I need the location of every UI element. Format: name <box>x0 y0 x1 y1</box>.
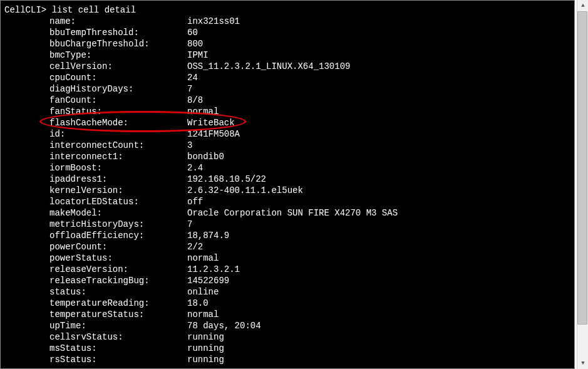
output-value: 14522699 <box>187 275 229 286</box>
output-row: releaseTrackingBug:14522699 <box>4 275 574 286</box>
output-value: normal <box>187 309 219 320</box>
output-value: 800 <box>187 38 203 49</box>
output-row: temperatureReading:18.0 <box>4 298 574 309</box>
output-value: 78 days, 20:04 <box>187 320 261 331</box>
output-row: id:1241FM508A <box>4 128 574 140</box>
prompt-text: CellCLI> <box>4 4 52 16</box>
output-key: offloadEfficiency: <box>49 230 187 241</box>
output-value: 7 <box>187 219 192 230</box>
output-value: off <box>187 196 203 207</box>
scrollbar[interactable]: ▲ ▼ <box>577 0 588 369</box>
output-row: locatorLEDStatus:off <box>4 196 574 207</box>
output-value: Oracle Corporation SUN FIRE X4270 M3 SAS <box>187 207 398 219</box>
output-row: status:online <box>4 286 574 298</box>
output-key: releaseTrackingBug: <box>49 275 187 286</box>
output-key: fanCount: <box>49 95 187 106</box>
output-row: bmcType:IPMI <box>4 49 574 61</box>
output-row: temperatureStatus:normal <box>4 309 574 320</box>
output-key: interconnect1: <box>49 151 187 162</box>
output-value: 8/8 <box>187 95 203 106</box>
output-value: 2.4 <box>187 162 203 174</box>
output-row: bbuTempThreshold:60 <box>4 27 574 38</box>
output-value: normal <box>187 106 219 117</box>
output-value: 1241FM508A <box>187 128 240 140</box>
output-key: powerCount: <box>49 241 187 252</box>
output-key: temperatureReading: <box>49 298 187 309</box>
output-key: iormBoost: <box>49 162 187 174</box>
output-key: temperatureStatus: <box>49 309 187 320</box>
output-row: upTime:78 days, 20:04 <box>4 320 574 331</box>
output-value: 7 <box>187 83 192 95</box>
output-value: running <box>187 331 224 343</box>
output-row: releaseVersion:11.2.3.2.1 <box>4 264 574 275</box>
output-key: ipaddress1: <box>49 174 187 185</box>
output-row: makeModel:Oracle Corporation SUN FIRE X4… <box>4 207 574 219</box>
output-key: id: <box>49 128 187 140</box>
output-value: bondib0 <box>187 151 224 162</box>
output-row: msStatus:running <box>4 343 574 354</box>
output-row: iormBoost:2.4 <box>4 162 574 174</box>
output-row: rsStatus:running <box>4 354 574 365</box>
output-row: fanStatus:normal <box>4 106 574 117</box>
output-key: upTime: <box>49 320 187 331</box>
output-row: cellsrvStatus:running <box>4 331 574 343</box>
output-row: ipaddress1:192.168.10.5/22 <box>4 174 574 185</box>
output-key: cellVersion: <box>49 61 187 72</box>
output-value: 3 <box>187 140 192 151</box>
output-row: fanCount:8/8 <box>4 95 574 106</box>
output-row: cpuCount:24 <box>4 72 574 83</box>
output-key: metricHistoryDays: <box>49 219 187 230</box>
output-key: bbuTempThreshold: <box>49 27 187 38</box>
prompt-line: CellCLI> list cell detail <box>4 4 574 16</box>
output-value: inx321ss01 <box>187 16 240 27</box>
output-key: cpuCount: <box>49 72 187 83</box>
output-row: interconnect1:bondib0 <box>4 151 574 162</box>
output-row: interconnectCount:3 <box>4 140 574 151</box>
output-rows: name:inx321ss01bbuTempThreshold:60bbuCha… <box>4 16 574 365</box>
scrollbar-down-button[interactable]: ▼ <box>577 358 588 369</box>
output-value: 18.0 <box>187 298 209 309</box>
output-key: diagHistoryDays: <box>49 83 187 95</box>
output-key: status: <box>49 286 187 298</box>
output-value: running <box>187 354 224 365</box>
output-row: name:inx321ss01 <box>4 16 574 27</box>
output-row: powerCount:2/2 <box>4 241 574 252</box>
output-value: 11.2.3.2.1 <box>187 264 240 275</box>
output-value: normal <box>187 252 219 264</box>
output-value: IPMI <box>187 49 209 61</box>
output-value: 192.168.10.5/22 <box>187 174 266 185</box>
output-key: fanStatus: <box>49 106 187 117</box>
output-value: WriteBack <box>187 117 235 128</box>
output-row: flashCacheMode:WriteBack <box>4 117 574 128</box>
output-value: running <box>187 343 224 354</box>
output-key: makeModel: <box>49 207 187 219</box>
output-row: metricHistoryDays:7 <box>4 219 574 230</box>
output-key: kernelVersion: <box>49 185 187 196</box>
output-row: cellVersion:OSS_11.2.3.2.1_LINUX.X64_130… <box>4 61 574 72</box>
output-key: bbuChargeThreshold: <box>49 38 187 49</box>
output-value: online <box>187 286 219 298</box>
output-value: 2.6.32-400.11.1.el5uek <box>187 185 303 196</box>
output-row: bbuChargeThreshold:800 <box>4 38 574 49</box>
output-row: kernelVersion:2.6.32-400.11.1.el5uek <box>4 185 574 196</box>
output-row: diagHistoryDays:7 <box>4 83 574 95</box>
output-key: bmcType: <box>49 49 187 61</box>
output-key: rsStatus: <box>49 354 187 365</box>
terminal-window[interactable]: CellCLI> list cell detail name:inx321ss0… <box>0 0 575 369</box>
output-key: locatorLEDStatus: <box>49 196 187 207</box>
output-key: name: <box>49 16 187 27</box>
output-key: releaseVersion: <box>49 264 187 275</box>
command-text: list cell detail <box>52 4 136 16</box>
output-value: 18,874.9 <box>187 230 229 241</box>
output-key: flashCacheMode: <box>49 117 187 128</box>
output-value: 2/2 <box>187 241 203 252</box>
output-row: offloadEfficiency:18,874.9 <box>4 230 574 241</box>
output-value: 60 <box>187 27 198 38</box>
output-key: powerStatus: <box>49 252 187 264</box>
scrollbar-thumb[interactable] <box>577 11 587 325</box>
output-key: interconnectCount: <box>49 140 187 151</box>
output-value: 24 <box>187 72 198 83</box>
output-key: cellsrvStatus: <box>49 331 187 343</box>
scrollbar-up-button[interactable]: ▲ <box>577 0 588 11</box>
output-key: msStatus: <box>49 343 187 354</box>
